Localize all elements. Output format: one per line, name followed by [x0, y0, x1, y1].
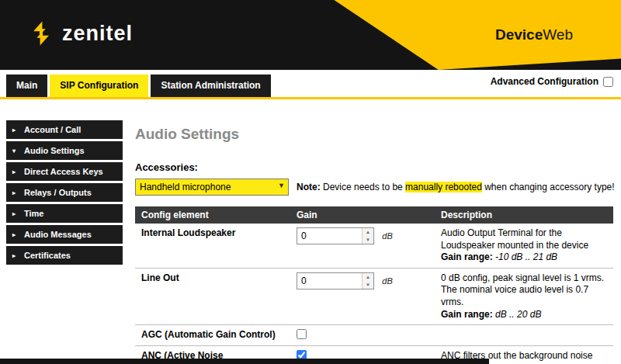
- sidebar-item-label: Audio Settings: [24, 146, 85, 155]
- note-text-before: Device needs to be: [321, 182, 405, 192]
- accessories-label: Accessories:: [135, 161, 621, 173]
- gain-unit-label: dB: [382, 276, 392, 286]
- deviceweb-brand: DeviceWeb: [495, 26, 573, 43]
- content-area: ▸ Account / Call ▾ Audio Settings ▸ Dire…: [0, 99, 621, 364]
- table-row: Line Out ▲▼ dB 0 dB config, peak signal …: [135, 268, 613, 324]
- spinner-up-icon[interactable]: ▲: [363, 273, 373, 281]
- sidebar-item-label: Direct Access Keys: [24, 167, 103, 176]
- advanced-configuration-label: Advanced Configuration: [491, 76, 598, 87]
- chevron-right-icon: ▸: [12, 231, 19, 238]
- gain-range-value: dB .. 20 dB: [493, 309, 542, 320]
- chevron-right-icon: ▸: [12, 252, 19, 259]
- accessory-select-wrap: Handheld microphone ▼: [135, 179, 289, 196]
- brand-device: Device: [495, 26, 543, 43]
- app-header: zenitel DeviceWeb: [0, 0, 621, 70]
- spinner-down-icon[interactable]: ▼: [363, 236, 373, 244]
- gain-unit-label: dB: [382, 231, 392, 241]
- sidebar-item-certificates[interactable]: ▸ Certificates: [6, 246, 123, 265]
- sidebar-item-time[interactable]: ▸ Time: [6, 204, 123, 223]
- nav-bar: Main SIP Configuration Station Administr…: [0, 70, 621, 97]
- gain-range-label: Gain range:: [441, 251, 493, 262]
- sidebar: ▸ Account / Call ▾ Audio Settings ▸ Dire…: [0, 99, 126, 364]
- chevron-right-icon: ▸: [12, 189, 19, 196]
- brand-web: Web: [543, 26, 573, 43]
- description-cell: 0 dB config, peak signal level is 1 vrms…: [435, 268, 613, 324]
- logo-text: zenitel: [62, 22, 133, 46]
- column-header-gain: Gain: [290, 206, 435, 224]
- table-row: Internal Loudspeaker ▲▼ dB Audio Output …: [135, 224, 613, 268]
- accessories-row: Handheld microphone ▼ Note: Device needs…: [135, 179, 621, 196]
- config-element-line-out: Line Out: [135, 268, 290, 324]
- footer-bar: [0, 359, 489, 364]
- audio-config-table: Config element Gain Description Internal…: [135, 206, 613, 364]
- gain-cell: [290, 325, 435, 346]
- sidebar-item-label: Time: [24, 209, 43, 218]
- line-out-gain-input[interactable]: [297, 273, 362, 289]
- zenitel-logo-icon: [28, 20, 54, 47]
- description-text: 0 dB config, peak signal level is 1 vrms…: [441, 272, 604, 307]
- internal-loudspeaker-gain-input-wrap: ▲▼: [297, 227, 374, 244]
- spinner-up-icon[interactable]: ▲: [363, 228, 373, 236]
- zenitel-logo: zenitel: [28, 20, 133, 47]
- config-element-agc: AGC (Automatic Gain Control): [135, 325, 290, 346]
- note-text-after: when changing accessory type!: [482, 182, 615, 192]
- note-label: Note:: [297, 182, 321, 192]
- description-text: Audio Output Terminal for the Loudspeake…: [441, 227, 588, 251]
- advanced-configuration: Advanced Configuration: [491, 76, 613, 87]
- internal-loudspeaker-gain-input[interactable]: [297, 228, 362, 244]
- tab-station-administration[interactable]: Station Administration: [151, 75, 270, 97]
- description-cell: [435, 325, 613, 346]
- spinner-control[interactable]: ▲▼: [362, 273, 373, 289]
- tab-main[interactable]: Main: [6, 75, 47, 97]
- advanced-configuration-checkbox[interactable]: [603, 77, 613, 87]
- sidebar-item-account-call[interactable]: ▸ Account / Call: [6, 120, 123, 139]
- spinner-down-icon[interactable]: ▼: [363, 281, 373, 289]
- table-row: AGC (Automatic Gain Control): [135, 325, 613, 346]
- chevron-right-icon: ▸: [12, 127, 19, 133]
- gain-cell: ▲▼ dB: [290, 268, 435, 324]
- agc-checkbox[interactable]: [297, 329, 307, 339]
- gain-range-value: -10 dB .. 21 dB: [493, 251, 557, 262]
- sidebar-item-label: Relays / Outputs: [24, 188, 92, 197]
- sidebar-item-audio-messages[interactable]: ▸ Audio Messages: [6, 225, 123, 244]
- description-cell: Audio Output Terminal for the Loudspeake…: [435, 224, 613, 268]
- chevron-right-icon: ▸: [12, 168, 19, 175]
- note-highlight: manually rebooted: [405, 182, 482, 192]
- column-header-description: Description: [435, 206, 613, 224]
- page-title: Audio Settings: [135, 126, 621, 143]
- chevron-down-icon: ▾: [12, 147, 19, 154]
- accessory-select[interactable]: Handheld microphone: [135, 179, 289, 196]
- line-out-gain-input-wrap: ▲▼: [297, 272, 374, 289]
- sidebar-item-label: Certificates: [24, 251, 71, 260]
- spinner-control[interactable]: ▲▼: [362, 228, 373, 244]
- gain-range-label: Gain range:: [441, 309, 493, 320]
- gain-cell: ▲▼ dB: [290, 224, 435, 268]
- sidebar-item-label: Audio Messages: [24, 230, 92, 239]
- sidebar-item-label: Account / Call: [24, 125, 81, 134]
- config-element-internal-loudspeaker: Internal Loudspeaker: [135, 224, 290, 268]
- sidebar-item-audio-settings[interactable]: ▾ Audio Settings: [6, 141, 123, 160]
- tab-sip-configuration[interactable]: SIP Configuration: [50, 75, 148, 97]
- main-panel: Audio Settings Accessories: Handheld mic…: [126, 99, 621, 364]
- tab-strip: Main SIP Configuration Station Administr…: [6, 75, 271, 97]
- sidebar-item-direct-access-keys[interactable]: ▸ Direct Access Keys: [6, 162, 123, 181]
- sidebar-item-relays-outputs[interactable]: ▸ Relays / Outputs: [6, 183, 123, 202]
- chevron-right-icon: ▸: [12, 210, 19, 217]
- table-header-row: Config element Gain Description: [135, 206, 613, 224]
- accessory-note: Note: Device needs to be manually reboot…: [297, 182, 615, 192]
- column-header-config-element: Config element: [135, 206, 290, 224]
